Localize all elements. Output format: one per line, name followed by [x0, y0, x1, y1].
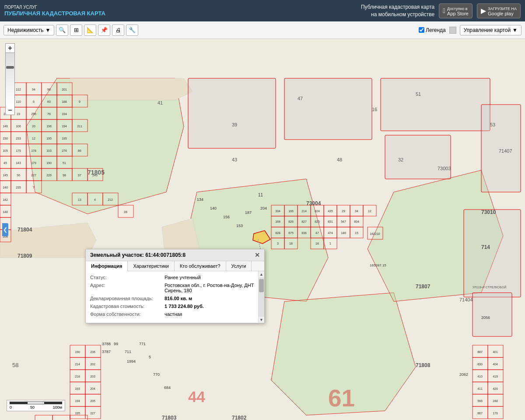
svg-text:256: 256 [31, 112, 36, 116]
svg-rect-9 [284, 78, 372, 140]
apple-icon:  [443, 7, 445, 15]
svg-text:60: 60 [47, 100, 51, 103]
svg-text:11: 11 [258, 192, 263, 197]
svg-text:156: 156 [223, 215, 230, 219]
map-area[interactable]: 112 94 90 201 110 6 60 188 9 19 256 76 1… [0, 39, 525, 420]
zoom-out-button[interactable]: − [5, 105, 15, 115]
popup-scrollbar[interactable]: ▲ ▼ [258, 271, 264, 323]
print-tool[interactable]: 🖨 [112, 24, 124, 36]
legend-icon [449, 27, 456, 34]
svg-text:86: 86 [78, 149, 81, 152]
svg-text:867: 867 [477, 412, 483, 415]
header-left: ПОРТАЛ УСЛУГ ПУБЛИЧНАЯ КАДАСТРОВАЯ КАРТА [4, 4, 105, 18]
status-value: Ранее учтенный [164, 275, 260, 280]
tab-information[interactable]: Информация [86, 261, 128, 271]
svg-text:43: 43 [232, 157, 237, 162]
toolbar: Недвижимость ▼ 🔍 ⊞ 📐 📌 🖨 🔧 Легенда Управ… [0, 21, 525, 39]
status-row: Статус: Ранее учтенный [90, 275, 260, 280]
property-type-dropdown[interactable]: Недвижимость ▼ [4, 25, 54, 35]
svg-text:71407: 71407 [499, 148, 512, 154]
tab-services[interactable]: Услуги [226, 261, 252, 271]
legend-toggle[interactable]: Легенда [419, 27, 446, 33]
svg-text:71809: 71809 [18, 253, 32, 259]
cadastral-label: Кадастровая стоимость: [90, 304, 164, 309]
zoom-controls: + − [5, 43, 15, 115]
svg-text:825: 825 [315, 220, 320, 223]
svg-text:98: 98 [63, 174, 66, 177]
svg-text:2062: 2062 [459, 372, 468, 377]
svg-text:145: 145 [3, 174, 8, 177]
map-control-button[interactable]: Управление картой ▼ [460, 25, 522, 35]
zoom-slider[interactable] [5, 53, 15, 105]
svg-rect-233 [35, 415, 52, 420]
tab-who-serves[interactable]: Кто обслуживает? [175, 261, 226, 271]
svg-text:112: 112 [16, 88, 21, 91]
svg-text:9: 9 [79, 100, 80, 103]
pin-tool[interactable]: 📌 [98, 24, 110, 36]
svg-text:140: 140 [3, 186, 8, 189]
settings-tool[interactable]: 🔧 [126, 24, 138, 36]
chevron-down-icon-2: ▼ [512, 27, 518, 33]
svg-text:51: 51 [416, 91, 421, 97]
nav-arrow[interactable]: ❮ [2, 223, 8, 236]
zoom-handle[interactable] [6, 66, 14, 69]
scroll-thumb[interactable] [259, 279, 264, 292]
svg-text:827: 827 [301, 220, 307, 223]
address-row: Адрес: Ростовская обл., г. Ростов-на-Дон… [90, 283, 260, 293]
svg-text:94: 94 [32, 88, 35, 91]
svg-text:828: 828 [275, 231, 280, 234]
portal-logo: ПОРТАЛ УСЛУГ ПУБЛИЧНАЯ КАДАСТРОВАЯ КАРТА [4, 4, 105, 18]
svg-text:204: 204 [260, 206, 267, 210]
svg-text:19: 19 [17, 112, 20, 116]
svg-text:47: 47 [315, 231, 319, 234]
svg-text:831: 831 [328, 220, 333, 223]
svg-text:227: 227 [31, 174, 36, 177]
svg-text:71807: 71807 [416, 284, 430, 290]
svg-text:99: 99 [114, 342, 118, 346]
zoom-in-button[interactable]: + [5, 43, 15, 53]
svg-text:195: 195 [46, 137, 52, 140]
svg-text:134: 134 [197, 197, 203, 202]
svg-text:887: 887 [477, 350, 483, 354]
svg-text:71804: 71804 [18, 227, 32, 233]
legend-checkbox-input[interactable] [419, 27, 424, 33]
scale-hundred: 100м [53, 405, 62, 410]
scroll-track[interactable] [259, 277, 264, 317]
svg-text:61: 61 [328, 385, 355, 412]
svg-text:214: 214 [301, 210, 307, 213]
scroll-up-arrow[interactable]: ▲ [259, 271, 264, 277]
svg-text:48: 48 [337, 157, 342, 162]
popup-close-button[interactable]: ✕ [255, 252, 260, 258]
svg-text:211: 211 [77, 125, 82, 128]
header: ПОРТАЛ УСЛУГ ПУБЛИЧНАЯ КАДАСТРОВАЯ КАРТА… [0, 0, 525, 21]
svg-text:28: 28 [124, 210, 127, 214]
googleplay-label: ЗАГРУЗИТЕ НА Google play [488, 6, 517, 16]
svg-text:103: 103 [46, 149, 52, 152]
svg-rect-273 [472, 293, 512, 336]
svg-text:193: 193 [75, 387, 80, 390]
svg-text:474: 474 [328, 231, 333, 234]
dropdown-label: Недвижимость [7, 27, 44, 33]
svg-text:УЛ119-И СТРЕЛКОБОЙ: УЛ119-И СТРЕЛКОБОЙ [472, 285, 506, 289]
svg-text:76: 76 [47, 112, 51, 116]
svg-text:205: 205 [90, 399, 95, 402]
grid-tool[interactable]: ⊞ [70, 24, 82, 36]
svg-text:2056: 2056 [481, 315, 490, 320]
svg-text:32: 32 [398, 157, 403, 162]
svg-text:834: 834 [354, 220, 359, 223]
popup-tabs: Информация Характеристики Кто обслуживае… [86, 261, 264, 271]
svg-text:236: 236 [90, 350, 95, 354]
property-popup: Земельный участок: 61:44:0071805:8 ✕ Инф… [85, 249, 265, 323]
measure-tool[interactable]: 📐 [84, 24, 96, 36]
map-title: ПУБЛИЧНАЯ КАДАСТРОВАЯ КАРТА [4, 10, 105, 18]
tab-characteristics[interactable]: Характеристики [128, 261, 175, 271]
scroll-down-arrow[interactable]: ▼ [259, 317, 264, 323]
svg-text:110: 110 [16, 100, 21, 103]
zoom-in-tool[interactable]: 🔍 [56, 24, 68, 36]
appstore-button[interactable]:  Доступно в App Store [439, 4, 472, 18]
svg-text:153: 153 [236, 224, 243, 228]
svg-rect-12 [385, 135, 451, 179]
svg-rect-13 [464, 210, 521, 297]
googleplay-button[interactable]: ▶ ЗАГРУЗИТЕ НА Google play [477, 4, 521, 18]
svg-text:1994: 1994 [127, 359, 136, 364]
